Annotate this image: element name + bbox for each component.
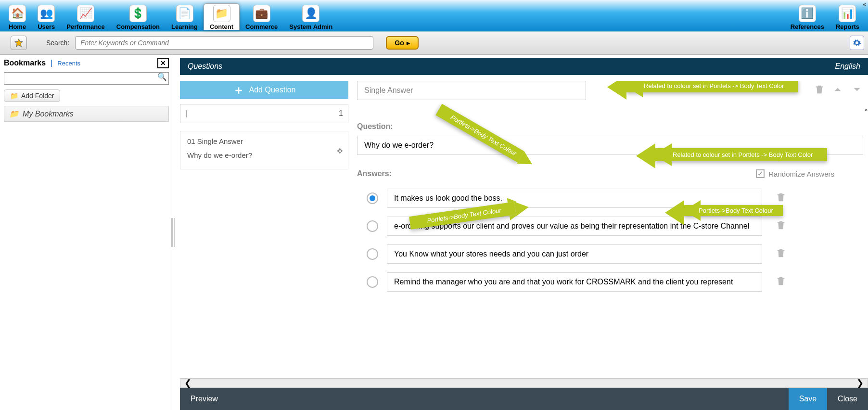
delete-answer-button[interactable] xyxy=(776,275,786,289)
question-label: Question: xyxy=(357,122,863,131)
page-number: 1 xyxy=(339,109,343,118)
search-input[interactable] xyxy=(75,36,373,50)
users-icon: 👥 xyxy=(38,5,55,22)
recents-link[interactable]: Recents xyxy=(57,60,80,67)
answer-text-input[interactable]: You Know what your stores needs and you … xyxy=(387,244,762,264)
sidebar-title: Bookmarks xyxy=(4,59,46,67)
doc-icon: 📄 xyxy=(176,5,193,22)
annotation-arrow: Related to colour set in Portlets -> Bod… xyxy=(655,148,827,161)
plus-icon: ＋ xyxy=(233,82,244,98)
nav-label: Commerce xyxy=(245,23,278,30)
chart-icon: 📈 xyxy=(77,5,94,22)
answers-label: Answers: xyxy=(357,169,392,178)
question-preview-text: Why do we e-order? xyxy=(187,151,341,159)
panel-header: Questions English xyxy=(180,58,868,75)
answer-radio[interactable] xyxy=(367,220,378,232)
nav-compensation[interactable]: 💲Compensation xyxy=(111,4,166,30)
main-panel: Questions English ＋ Add Question | 1 01 … xyxy=(173,55,868,410)
go-button[interactable]: Go▸ xyxy=(386,36,418,50)
question-editor: Single Answer ˄ Question: Why do we e-or… xyxy=(357,81,868,375)
question-card[interactable]: 01 Single Answer Why do we e-order? ✥ xyxy=(180,131,348,169)
nav-label: Content xyxy=(210,23,233,30)
nav-learning[interactable]: 📄Learning xyxy=(166,4,204,30)
language-label: English xyxy=(835,62,860,71)
bookmark-search-input[interactable] xyxy=(4,72,169,85)
answer-radio[interactable] xyxy=(367,192,378,204)
nav-label: System Admin xyxy=(289,23,332,30)
panel-splitter[interactable] xyxy=(170,218,176,247)
checkbox-icon: ✓ xyxy=(756,169,765,178)
play-icon: ▸ xyxy=(407,39,410,47)
delete-answer-button[interactable] xyxy=(776,219,786,233)
delete-answer-button[interactable] xyxy=(776,247,786,261)
answer-radio[interactable] xyxy=(367,276,378,288)
folder-icon: 📁 xyxy=(213,5,230,22)
money-icon: 💲 xyxy=(129,5,147,22)
panel-title-text: Questions xyxy=(188,62,222,71)
page-card[interactable]: | 1 xyxy=(180,104,348,123)
nav-commerce[interactable]: 💼Commerce xyxy=(240,4,283,30)
close-sidebar-button[interactable]: ✕ xyxy=(157,58,169,68)
bookmarks-toggle-button[interactable] xyxy=(11,36,27,50)
drag-handle-icon[interactable]: ✥ xyxy=(337,147,343,155)
nav-reports[interactable]: 📊Reports xyxy=(830,4,865,30)
add-question-button[interactable]: ＋ Add Question xyxy=(180,81,348,99)
scroll-left-icon[interactable]: ❮ xyxy=(184,378,191,388)
svg-marker-0 xyxy=(15,39,23,47)
folder-plus-icon: 📁 xyxy=(10,92,18,100)
star-icon xyxy=(14,38,24,48)
search-label: Search: xyxy=(46,39,69,47)
settings-button[interactable] xyxy=(850,36,864,50)
question-type-label: 01 Single Answer xyxy=(187,137,341,145)
bookmarks-sidebar: Bookmarks | Recents ✕ 🔍 📁Add Folder 📁My … xyxy=(0,55,173,410)
answer-radio[interactable] xyxy=(367,248,378,260)
answer-row: You Know what your stores needs and you … xyxy=(357,244,863,264)
answer-text-input[interactable]: Remind the manager who you are and that … xyxy=(387,272,762,292)
briefcase-icon: 💼 xyxy=(253,5,270,22)
answer-row: Remind the manager who you are and that … xyxy=(357,272,863,292)
nav-label: References xyxy=(791,23,824,30)
report-icon: 📊 xyxy=(839,5,856,22)
annotation-arrow: Related to colour set in Portlets -> Bod… xyxy=(626,81,798,92)
question-type-selector[interactable]: Single Answer xyxy=(357,81,586,100)
nav-system-admin[interactable]: 👤System Admin xyxy=(283,4,338,30)
collapse-nav-icon[interactable]: « xyxy=(863,1,866,8)
nav-label: Reports xyxy=(836,23,859,30)
add-folder-button[interactable]: 📁Add Folder xyxy=(4,90,60,102)
question-list: ＋ Add Question | 1 01 Single Answer Why … xyxy=(180,81,348,375)
bookmark-root-folder[interactable]: 📁My Bookmarks xyxy=(4,106,169,122)
nav-references[interactable]: ℹ️References xyxy=(785,4,830,30)
save-button[interactable]: Save xyxy=(789,388,827,410)
nav-label: Learning xyxy=(171,23,198,30)
nav-label: Performance xyxy=(66,23,104,30)
delete-answer-button[interactable] xyxy=(776,192,786,205)
answer-row: It makes us look good the boss. xyxy=(357,189,863,208)
search-icon: 🔍 xyxy=(157,72,167,81)
folder-icon: 📁 xyxy=(9,109,19,118)
annotation-arrow: Portlets->Body Text Colour xyxy=(684,205,783,216)
nav-label: Compensation xyxy=(116,23,160,30)
admin-icon: 👤 xyxy=(302,5,319,22)
move-up-button[interactable] xyxy=(831,83,844,98)
scroll-right-icon[interactable]: ❯ xyxy=(856,378,864,388)
nav-home[interactable]: 🏠Home xyxy=(3,4,32,30)
home-icon: 🏠 xyxy=(9,5,26,22)
top-nav: 🏠Home 👥Users 📈Performance 💲Compensation … xyxy=(0,0,868,32)
scroll-up-icon[interactable]: ˄ xyxy=(864,108,868,117)
nav-label: Home xyxy=(9,23,26,30)
search-bar: Search: Go▸ xyxy=(0,32,868,55)
nav-performance[interactable]: 📈Performance xyxy=(61,4,110,30)
delete-question-button[interactable] xyxy=(814,84,825,97)
gear-icon xyxy=(853,38,861,47)
editor-footer: Preview Save Close xyxy=(180,388,868,410)
info-icon: ℹ️ xyxy=(799,5,816,22)
move-down-button[interactable] xyxy=(851,83,863,98)
randomize-answers-toggle[interactable]: ✓ Randomize Answers xyxy=(756,169,863,178)
close-button[interactable]: Close xyxy=(827,388,868,410)
nav-users[interactable]: 👥Users xyxy=(32,4,61,30)
nav-content[interactable]: 📁Content xyxy=(204,3,240,30)
horizontal-scrollbar[interactable]: ❮❯ xyxy=(180,378,868,388)
preview-button[interactable]: Preview xyxy=(180,395,229,403)
nav-label: Users xyxy=(38,23,55,30)
